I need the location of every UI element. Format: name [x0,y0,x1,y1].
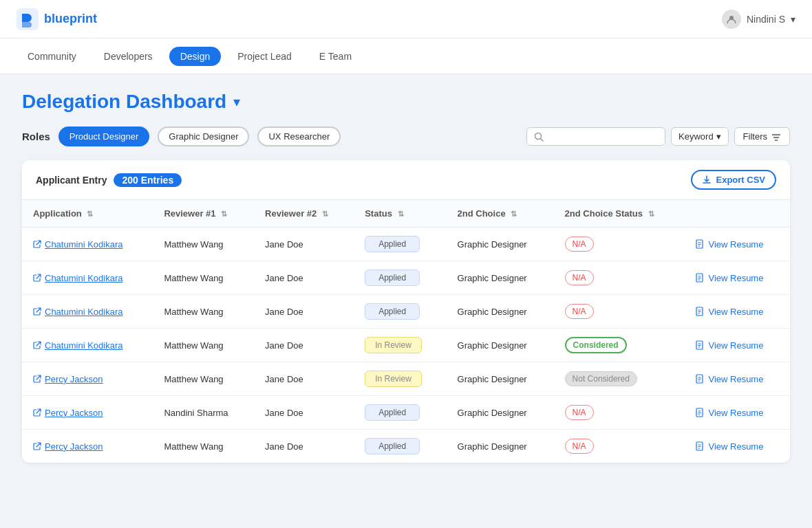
role-badge-graphic-designer[interactable]: Graphic Designer [158,126,249,146]
logo[interactable]: blueprint [17,8,97,30]
keyword-dropdown-icon: ▾ [716,131,721,142]
dashboard-dropdown-icon[interactable]: ▾ [233,94,240,110]
cell-view-resume: View Resume [684,261,790,295]
status-badge: In Review [365,371,422,387]
cell-status: Applied [354,261,446,295]
cell-reviewer2: Jane Doe [254,261,354,295]
cell-second-choice-status: N/A [554,430,685,463]
cell-second-choice-status: Considered [554,329,685,362]
sort-icon-reviewer1[interactable]: ⇅ [221,210,227,218]
cell-reviewer2: Jane Doe [254,430,354,463]
applicant-entry-section: Applicant Entry 200 Entries [36,173,182,187]
svg-line-3 [541,138,544,141]
cell-second-choice: Graphic Designer [447,261,554,295]
status-badge: Applied [365,236,420,252]
cell-reviewer1: Matthew Wang [153,362,254,396]
dashboard-title-row: Delegation Dashboard ▾ [22,91,790,113]
nav-item-design[interactable]: Design [169,47,222,66]
table-row: Chatumini Kodikara Matthew Wang Jane Doe… [22,261,790,295]
cell-application: Percy Jackson [22,362,153,396]
keyword-select[interactable]: Keyword ▾ [671,127,729,146]
application-link[interactable]: Chatumini Kodikara [33,273,142,283]
sort-icon-application[interactable]: ⇅ [87,210,93,218]
view-resume-button[interactable]: View Resume [695,441,779,452]
cell-second-choice: Graphic Designer [447,362,554,396]
cell-reviewer1: Matthew Wang [153,329,254,362]
col-application: Application ⇅ [22,200,153,228]
external-link-icon [33,307,41,316]
cell-second-choice-status: N/A [554,295,685,329]
search-box[interactable] [526,127,665,146]
cell-reviewer2: Jane Doe [254,362,354,396]
second-choice-status-badge: N/A [565,439,594,454]
application-link[interactable]: Chatumini Kodikara [33,340,142,351]
external-link-icon [33,240,41,248]
cell-reviewer1: Matthew Wang [153,295,254,329]
doc-icon [695,408,705,417]
filters-button[interactable]: Filters [734,127,790,146]
view-resume-button[interactable]: View Resume [695,340,779,351]
application-link[interactable]: Percy Jackson [33,408,142,418]
export-icon [702,175,712,185]
nav-item-community[interactable]: Community [17,47,87,66]
app-header: blueprint Nindini S ▾ [0,0,812,38]
main-nav: Community Developers Design Project Lead… [0,38,812,74]
cell-second-choice: Graphic Designer [447,295,554,329]
export-csv-button[interactable]: Export CSV [691,170,776,190]
external-link-icon [33,375,41,383]
search-input[interactable] [548,131,658,142]
nav-item-e-team[interactable]: E Team [308,47,363,66]
cell-view-resume: View Resume [684,362,790,396]
search-filter-area: Keyword ▾ Filters [526,127,790,146]
application-link[interactable]: Percy Jackson [33,374,142,384]
view-resume-button[interactable]: View Resume [695,273,779,283]
role-badge-product-designer[interactable]: Product Designer [58,126,149,146]
view-resume-button[interactable]: View Resume [695,408,779,418]
view-resume-button[interactable]: View Resume [695,307,779,317]
cell-view-resume: View Resume [684,396,790,430]
sort-icon-second-choice-status[interactable]: ⇅ [648,210,654,218]
cell-reviewer2: Jane Doe [254,228,354,261]
table-row: Percy Jackson Nandini Sharma Jane Doe Ap… [22,396,790,430]
role-badge-ux-researcher[interactable]: UX Researcher [257,126,341,146]
applicant-entry-label: Applicant Entry [36,175,107,186]
cell-view-resume: View Resume [684,430,790,463]
nav-item-developers[interactable]: Developers [93,47,164,66]
second-choice-status-badge: Considered [565,337,627,353]
col-actions [684,200,790,228]
sort-icon-reviewer2[interactable]: ⇅ [322,210,328,218]
cell-reviewer2: Jane Doe [254,396,354,430]
cell-second-choice: Graphic Designer [447,430,554,463]
cell-reviewer1: Matthew Wang [153,228,254,261]
cell-second-choice-status: Not Considered [554,362,685,396]
doc-icon [695,441,705,451]
cell-view-resume: View Resume [684,295,790,329]
col-second-choice: 2nd Choice ⇅ [447,200,554,228]
external-link-icon [33,442,41,450]
second-choice-status-badge: N/A [565,304,594,319]
sort-icon-second-choice[interactable]: ⇅ [511,210,517,218]
application-link[interactable]: Percy Jackson [33,441,142,452]
application-link[interactable]: Chatumini Kodikara [33,239,142,250]
doc-icon [695,374,705,384]
external-link-icon [33,341,41,349]
sort-icon-status[interactable]: ⇅ [398,210,404,218]
cell-view-resume: View Resume [684,329,790,362]
applicants-table: Application ⇅ Reviewer #1 ⇅ Reviewer #2 … [22,200,790,463]
status-badge: Applied [365,270,420,286]
dashboard-title: Delegation Dashboard [22,91,226,113]
status-badge: Applied [365,438,420,454]
cell-status: Applied [354,295,446,329]
view-resume-button[interactable]: View Resume [695,374,779,384]
nav-item-project-lead[interactable]: Project Lead [226,47,303,66]
cell-application: Chatumini Kodikara [22,295,153,329]
cell-view-resume: View Resume [684,228,790,261]
user-menu[interactable]: Nindini S ▾ [722,10,795,29]
cell-reviewer1: Matthew Wang [153,430,254,463]
table-header-bar: Applicant Entry 200 Entries Export CSV [22,160,790,200]
status-badge: Applied [365,404,420,421]
cell-second-choice: Graphic Designer [447,228,554,261]
view-resume-button[interactable]: View Resume [695,239,779,250]
cell-status: Applied [354,396,446,430]
application-link[interactable]: Chatumini Kodikara [33,307,142,317]
